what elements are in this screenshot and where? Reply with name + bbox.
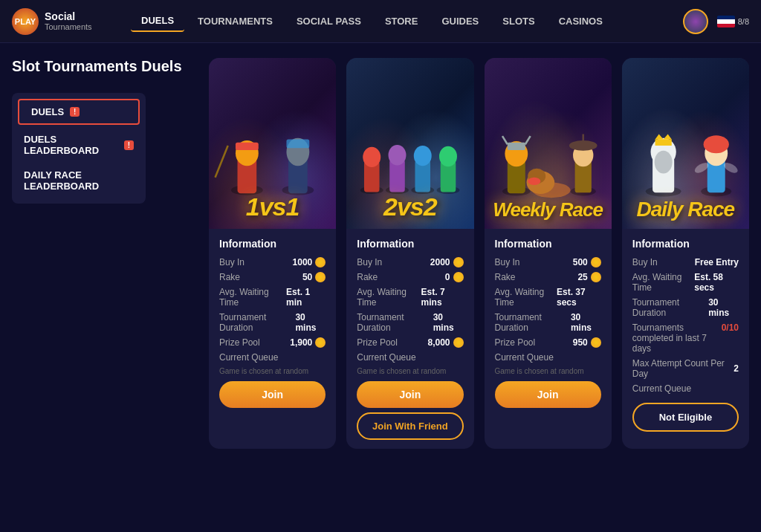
svg-rect-24 [507, 143, 525, 150]
card-weekly-info-title: Information [495, 238, 601, 250]
random-note-1vs1: Game is chosen at random [219, 367, 326, 375]
char-daily-svg [622, 101, 749, 203]
header-right: 8/8 [683, 9, 749, 34]
logo-text: Social Tournaments [45, 10, 92, 33]
card-1vs1-image: 1vs1 [209, 58, 336, 229]
svg-rect-40 [655, 139, 671, 146]
coin-icon [453, 272, 464, 282]
info-row-2vs2-prize: Prize Pool 8,000 [357, 337, 463, 348]
svg-point-30 [528, 178, 540, 185]
random-note-2vs2: Game is chosen at random [357, 367, 463, 375]
join-button-2vs2[interactable]: Join [357, 381, 463, 408]
uk-flag-icon [717, 16, 735, 27]
svg-line-25 [502, 136, 507, 144]
logo-area: PLAY Social Tournaments [12, 8, 131, 35]
logo-icon: PLAY [12, 8, 39, 35]
card-2vs2: 2vs2 Information Buy In 2000 Rake 0 Avg.… [346, 58, 473, 449]
card-daily-title: Daily Race [637, 198, 735, 229]
card-2vs2-info-title: Information [357, 238, 463, 250]
nav-item-guides[interactable]: GUIDES [431, 11, 489, 31]
info-row-daily-duration: Tournament Duration 30 mins [632, 297, 739, 318]
card-daily-info-title: Information [632, 238, 739, 250]
card-2vs2-title: 2vs2 [383, 192, 437, 229]
join-with-friend-button-2vs2[interactable]: Join With Friend [357, 412, 463, 440]
info-row-prize: Prize Pool 1,900 [219, 337, 326, 348]
nav-item-slots[interactable]: SLOTS [492, 11, 545, 31]
info-row-2vs2-duration: Tournament Duration 30 mins [357, 312, 463, 333]
info-row-buyin: Buy In 1000 [219, 257, 326, 267]
svg-line-26 [525, 136, 530, 144]
info-row-weekly-wait: Avg. Waiting Time Est. 37 secs [495, 287, 601, 308]
info-row-daily-buyin: Buy In Free Entry [632, 257, 739, 267]
duels-badge: ! [70, 107, 80, 117]
coin-icon [591, 272, 601, 282]
join-button-weekly[interactable]: Join [495, 381, 601, 408]
main-layout: Slot Tournaments Duels DUELS ! DUELS LEA… [0, 43, 761, 532]
info-row-2vs2-buyin: Buy In 2000 [357, 257, 463, 267]
coin-icon [591, 337, 601, 348]
leaderboard-badge: ! [124, 140, 134, 150]
card-daily-image: Daily Race [622, 58, 749, 229]
info-row-queue: Current Queue [219, 352, 326, 363]
svg-rect-3 [236, 143, 259, 150]
card-weekly-title: Weekly Race [493, 198, 603, 229]
coin-icon [315, 337, 326, 348]
card-2vs2-image: 2vs2 [346, 58, 473, 229]
info-row-weekly-buyin: Buy In 500 [495, 257, 601, 267]
info-row-2vs2-wait: Avg. Waiting Time Est. 7 mins [357, 287, 463, 308]
svg-point-17 [414, 146, 432, 166]
info-row-rake: Rake 50 [219, 272, 326, 282]
card-1vs1-info-title: Information [219, 238, 326, 250]
svg-line-4 [216, 146, 228, 178]
completed-value: 0/10 [722, 322, 739, 333]
info-row-2vs2-rake: Rake 0 [357, 272, 463, 282]
not-eligible-button-daily[interactable]: Not Eligible [632, 403, 739, 432]
char-2vs2-svg [346, 101, 473, 203]
nav-item-casinos[interactable]: CASINOS [548, 11, 613, 31]
info-row-weekly-rake: Rake 25 [495, 272, 601, 282]
content-area: 1vs1 Information Buy In 1000 Rake 50 Avg… [197, 43, 761, 532]
svg-point-20 [439, 146, 457, 166]
card-weekly-info: Information Buy In 500 Rake 25 Avg. Wait… [485, 229, 612, 449]
coin-icon [453, 337, 464, 348]
svg-point-14 [389, 145, 407, 165]
card-weekly: Weekly Race Information Buy In 500 Rake … [485, 58, 612, 449]
sidebar-title: Slot Tournaments Duels [12, 58, 185, 75]
card-daily: Daily Race Information Buy In Free Entry… [622, 58, 749, 449]
info-row-daily-queue: Current Queue [632, 383, 739, 394]
svg-point-11 [363, 147, 381, 167]
coin-icon [591, 257, 601, 267]
sidebar: Slot Tournaments Duels DUELS ! DUELS LEA… [0, 43, 197, 532]
svg-point-39 [654, 151, 672, 174]
coin-icon [453, 257, 464, 267]
main-nav: DUELS TOURNAMENTS SOCIAL PASS STORE GUID… [131, 10, 683, 32]
coin-icon [315, 257, 326, 267]
info-row-daily-wait: Avg. Waiting Time Est. 58 secs [632, 272, 739, 293]
dropdown-item-leaderboard[interactable]: DUELS LEADERBOARD ! [12, 128, 146, 162]
info-row-duration: Tournament Duration 30 mins [219, 312, 326, 333]
dropdown-item-duels[interactable]: DUELS ! [18, 99, 140, 125]
coin-icon [315, 272, 326, 282]
nav-item-store[interactable]: STORE [375, 11, 429, 31]
info-row-weekly-duration: Tournament Duration 30 mins [495, 312, 601, 333]
card-1vs1: 1vs1 Information Buy In 1000 Rake 50 Avg… [209, 58, 336, 449]
dropdown-item-daily-race[interactable]: DAILY RACE LEADERBOARD [12, 163, 146, 198]
info-row-daily-max: Max Attempt Count Per Day 2 [632, 358, 739, 379]
card-daily-info: Information Buy In Free Entry Avg. Waiti… [622, 229, 749, 449]
info-row-weekly-queue: Current Queue [495, 352, 601, 363]
random-note-weekly: Game is chosen at random [495, 367, 601, 375]
svg-point-45 [703, 135, 728, 153]
header: PLAY Social Tournaments DUELS TOURNAMENT… [0, 0, 761, 43]
avatar[interactable] [683, 9, 708, 34]
nav-item-duels[interactable]: DUELS [131, 10, 184, 32]
join-button-1vs1[interactable]: Join [219, 381, 326, 408]
card-2vs2-info: Information Buy In 2000 Rake 0 Avg. Wait… [346, 229, 473, 449]
card-1vs1-info: Information Buy In 1000 Rake 50 Avg. Wai… [209, 229, 336, 449]
flag-badge: 8/8 [717, 16, 749, 27]
char-1vs1-svg [209, 101, 336, 203]
nav-item-social-pass[interactable]: SOCIAL PASS [286, 11, 372, 31]
info-row-daily-completed: Tournaments completed in last 7 days 0/1… [632, 322, 739, 354]
card-1vs1-title: 1vs1 [246, 192, 299, 229]
nav-item-tournaments[interactable]: TOURNAMENTS [187, 11, 283, 31]
info-row-2vs2-queue: Current Queue [357, 352, 463, 363]
